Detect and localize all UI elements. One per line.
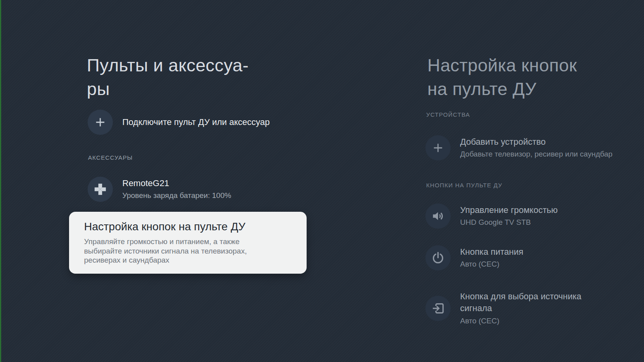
- connect-remote-item[interactable]: Подключите пульт ДУ или аксессуар: [88, 110, 270, 135]
- card-description-line2: выбирайте источники сигнала на телевизор…: [84, 246, 292, 256]
- card-description-line3: ресиверах и саундбарах: [84, 256, 292, 265]
- add-device-item[interactable]: Добавить устройство Добавьте телевизор, …: [425, 135, 612, 160]
- card-title: Настройка кнопок на пульте ДУ: [84, 220, 292, 234]
- input-button-item[interactable]: Кнопка для выбора источника сигнала Авто…: [425, 291, 581, 326]
- power-button-title: Кнопка питания: [460, 246, 523, 258]
- accessory-item-remoteg21[interactable]: RemoteG21 Уровень заряда батареи: 100%: [88, 177, 231, 202]
- remote-buttons-setup-card[interactable]: Настройка кнопок на пульте ДУ Управляйте…: [69, 212, 307, 274]
- detail-title-line1: Настройка кнопок: [427, 54, 577, 77]
- volume-control-item[interactable]: Управление громкостью UHD Google TV STB: [425, 203, 558, 229]
- add-device-subtitle: Добавьте телевизор, ресивер или саундбар: [460, 149, 612, 159]
- remote-buttons-section-header: КНОПКИ НА ПУЛЬТЕ ДУ: [426, 182, 502, 189]
- volume-icon: [425, 203, 451, 229]
- page-title: Пульты и аксессуа- ры: [87, 54, 249, 101]
- detail-title: Настройка кнопок на пульте ДУ: [427, 54, 577, 101]
- accessories-section-header: АКСЕССУАРЫ: [88, 154, 133, 161]
- left-edge-accent: [0, 0, 1, 362]
- plus-icon: [88, 110, 113, 135]
- power-button-mode: Авто (CEC): [460, 259, 523, 269]
- detail-title-line2: на пульте ДУ: [427, 77, 577, 101]
- power-button-item[interactable]: Кнопка питания Авто (CEC): [425, 245, 523, 271]
- input-button-mode: Авто (CEC): [460, 316, 581, 326]
- volume-control-title: Управление громкостью: [460, 205, 558, 216]
- add-device-title: Добавить устройство: [460, 136, 612, 147]
- input-icon: [425, 296, 451, 321]
- input-button-title: Кнопка для выбора источника сигнала: [460, 291, 581, 314]
- page-title-line2: ры: [87, 77, 249, 101]
- input-button-title-line1: Кнопка для выбора источника: [460, 291, 581, 302]
- remotes-accessories-screen: Пульты и аксессуа- ры Подключите пульт Д…: [0, 0, 644, 362]
- page-title-line1: Пульты и аксессуа-: [87, 54, 249, 77]
- card-description-line1: Управляйте громкостью и питанием, а такж…: [84, 237, 292, 246]
- connect-remote-label: Подключите пульт ДУ или аксессуар: [122, 117, 270, 128]
- plus-icon: [425, 135, 451, 160]
- accessory-battery-level: Уровень заряда батареи: 100%: [122, 190, 231, 201]
- devices-section-header: УСТРОЙСТВА: [426, 111, 470, 118]
- gamepad-icon: [88, 177, 113, 202]
- card-description: Управляйте громкостью и питанием, а такж…: [84, 237, 292, 265]
- volume-control-device: UHD Google TV STB: [460, 217, 558, 228]
- accessory-name: RemoteG21: [122, 178, 231, 189]
- input-button-title-line2: сигнала: [460, 302, 581, 314]
- power-icon: [425, 245, 451, 271]
